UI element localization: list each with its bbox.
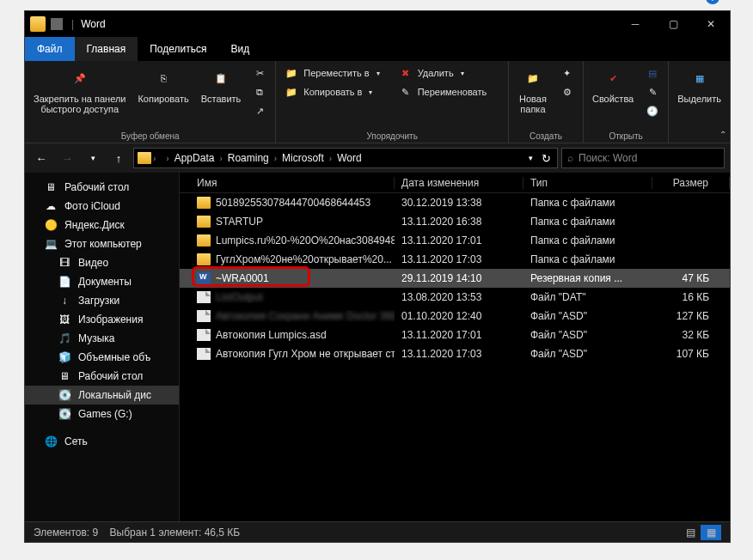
- file-name: Автокопия Lumpics.asd: [216, 329, 327, 341]
- crumb-appdata[interactable]: AppData: [171, 152, 218, 164]
- up-button[interactable]: ↑: [107, 147, 130, 169]
- new-folder-button[interactable]: 📁 Новая папка: [512, 64, 554, 116]
- refresh-button[interactable]: ↻: [538, 147, 554, 169]
- file-date: 13.08.2020 13:53: [395, 291, 523, 303]
- moveto-label: Переместить в: [303, 68, 369, 78]
- sidebar-item[interactable]: 🎵Музыка: [25, 329, 179, 348]
- sidebar-item[interactable]: ↓Загрузки: [25, 291, 179, 310]
- sidebar-item-label: Рабочий стол: [78, 370, 143, 382]
- sidebar-item[interactable]: ☁Фото iCloud: [25, 197, 179, 216]
- file-row[interactable]: Автокопия Lumpics.asd13.11.2020 17:01Фай…: [180, 326, 730, 344]
- file-type: Файл "DAT": [523, 291, 652, 303]
- folder-icon: [197, 234, 211, 247]
- tab-view[interactable]: Вид: [218, 37, 261, 61]
- newitem-icon: ✦: [560, 66, 574, 80]
- view-details-button[interactable]: ▤: [680, 525, 701, 540]
- copy-label: Копировать: [138, 94, 188, 104]
- new-item-button[interactable]: ✦: [555, 64, 579, 82]
- properties-button[interactable]: ✔ Свойства: [587, 64, 639, 106]
- edit-button[interactable]: ✎: [640, 83, 664, 100]
- tab-share[interactable]: Поделиться: [138, 37, 218, 61]
- paste-shortcut-button[interactable]: ↗: [248, 102, 272, 119]
- col-name[interactable]: Имя: [180, 177, 395, 189]
- sidebar-item[interactable]: 🌐Сеть: [25, 432, 179, 451]
- view-icons-button[interactable]: ▦: [701, 525, 721, 540]
- clipboard-mini-stack: ✂ ⧉ ↗: [248, 64, 272, 119]
- sidebar-item-label: Музыка: [78, 332, 114, 344]
- file-row[interactable]: 50189255307844470046864445330.12.2019 13…: [180, 193, 730, 212]
- col-type[interactable]: Тип: [523, 177, 652, 189]
- collapse-ribbon-button[interactable]: ⌃: [719, 130, 726, 139]
- sidebar-item[interactable]: 💽Локальный дис: [25, 386, 179, 405]
- crumb-microsoft[interactable]: Microsoft: [279, 152, 328, 164]
- disk-icon: 💽: [58, 408, 71, 420]
- cut-button[interactable]: ✂: [248, 64, 272, 82]
- address-bar[interactable]: › › AppData › Roaming › Microsoft › Word…: [133, 148, 558, 168]
- sidebar-item[interactable]: 🖥Рабочий стол: [25, 178, 179, 197]
- easy-access-button[interactable]: ⚙: [555, 83, 579, 100]
- close-button[interactable]: ✕: [692, 11, 730, 37]
- copy-path-button[interactable]: ⧉: [248, 83, 272, 100]
- copy-button[interactable]: ⎘ Копировать: [132, 64, 193, 106]
- back-button[interactable]: ←: [30, 147, 52, 169]
- history-button[interactable]: 🕘: [640, 102, 664, 119]
- crumb-roaming[interactable]: Roaming: [224, 152, 272, 164]
- col-date[interactable]: Дата изменения: [395, 177, 523, 189]
- pc-icon: 💻: [44, 238, 58, 250]
- copy-icon: ⎘: [151, 66, 175, 90]
- rename-button[interactable]: ✎Переименовать: [394, 83, 493, 100]
- body-split: 🖥Рабочий стол☁Фото iCloud🟡Яндекс.Диск💻Эт…: [25, 173, 730, 521]
- clipboard-group-label: Буфер обмена: [28, 130, 272, 141]
- file-list: 50189255307844470046864445330.12.2019 13…: [180, 193, 730, 521]
- address-dropdown[interactable]: ▾: [523, 147, 538, 169]
- sidebar-item[interactable]: 🖼Изображения: [25, 310, 179, 329]
- file-type: Папка с файлами: [523, 197, 652, 209]
- file-date: 13.11.2020 17:03: [395, 348, 523, 360]
- music-icon: 🎵: [58, 332, 71, 344]
- tab-file[interactable]: Файл: [25, 37, 75, 61]
- network-icon: 🌐: [44, 435, 58, 447]
- open-button[interactable]: ▤: [640, 64, 664, 82]
- file-row[interactable]: ГуглХром%20не%20открывает%20...13.11.202…: [180, 250, 730, 269]
- sidebar-item[interactable]: 💻Этот компьютер: [25, 234, 179, 253]
- sidebar-item[interactable]: 🧊Объемные объ: [25, 348, 179, 367]
- sidebar-item-label: Загрузки: [78, 295, 119, 307]
- file-row[interactable]: Lumpics.ru%20-%20О%20нас308494853...13.1…: [180, 231, 730, 250]
- sidebar-item[interactable]: 🎞Видео: [25, 253, 179, 272]
- properties-label: Свойства: [592, 94, 634, 104]
- easyaccess-icon: ⚙: [560, 85, 574, 99]
- col-size[interactable]: Размер: [652, 177, 730, 189]
- file-row[interactable]: STARTUP13.11.2020 16:38Папка с файлами: [180, 212, 730, 231]
- maximize-button[interactable]: ▢: [654, 11, 692, 37]
- file-row[interactable]: ListOutput13.08.2020 13:53Файл "DAT"16 К…: [180, 288, 730, 307]
- delete-icon: ✖: [399, 66, 413, 80]
- file-row[interactable]: Автокопия Гугл Хром не открывает стр...1…: [180, 344, 730, 363]
- file-row[interactable]: ~WRA000129.11.2019 14:10Резервная копия …: [180, 269, 730, 288]
- tab-home[interactable]: Главная: [75, 37, 138, 61]
- qat-button[interactable]: [51, 18, 63, 30]
- sidebar-item[interactable]: 📄Документы: [25, 272, 179, 291]
- recent-locations-button[interactable]: ▾: [82, 147, 104, 169]
- edit-icon: ✎: [646, 85, 659, 99]
- select-all-button[interactable]: ▦ Выделить: [672, 64, 726, 106]
- sidebar-item[interactable]: 🟡Яндекс.Диск: [25, 216, 179, 234]
- forward-button[interactable]: →: [56, 147, 78, 169]
- move-to-button[interactable]: 📁Переместить в▾: [279, 64, 384, 82]
- paste-button[interactable]: 📋 Вставить: [196, 64, 247, 106]
- ribbon-group-new: 📁 Новая папка ✦ ⚙ Создать: [509, 61, 584, 143]
- downloads-icon: ↓: [58, 295, 71, 307]
- search-input[interactable]: ⌕ Поиск: Word: [561, 148, 725, 168]
- sidebar-item[interactable]: 🖥Рабочий стол: [25, 367, 179, 386]
- file-row[interactable]: Автокопия Сохрани Аниме Doctor 360А...01…: [180, 307, 730, 326]
- file-type: Резервная копия ...: [523, 272, 652, 284]
- pin-to-quick-access-button[interactable]: 📌 Закрепить на панели быстрого доступа: [28, 64, 131, 116]
- copy-to-button[interactable]: 📁Копировать в▾: [279, 83, 384, 100]
- sidebar-item[interactable]: 💽Games (G:): [25, 405, 179, 423]
- help-icon[interactable]: ?: [706, 0, 719, 4]
- minimize-button[interactable]: ─: [616, 11, 654, 37]
- newfolder-label: Новая папка: [519, 94, 547, 114]
- crumb-word[interactable]: Word: [334, 152, 364, 164]
- ribbon-group-clipboard: 📌 Закрепить на панели быстрого доступа ⎘…: [25, 61, 276, 143]
- delete-button[interactable]: ✖Удалить▾: [394, 64, 493, 82]
- nav-sidebar: 🖥Рабочий стол☁Фото iCloud🟡Яндекс.Диск💻Эт…: [25, 173, 180, 521]
